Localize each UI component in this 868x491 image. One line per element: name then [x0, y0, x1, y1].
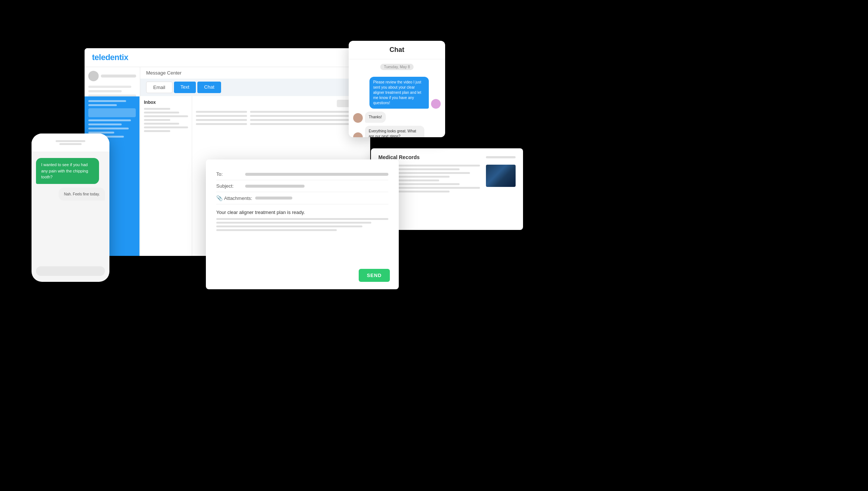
sidebar-search-bar — [101, 75, 136, 78]
recipient-avatar — [353, 113, 363, 123]
chat-window: Chat Tuesday, May 8 Please review the vi… — [349, 41, 445, 137]
phone-messages: I wanted to see if you had any pain with… — [32, 152, 109, 207]
body-line — [216, 225, 362, 227]
inbox-row — [196, 119, 366, 121]
phone-header — [32, 134, 109, 152]
chat-message-outgoing: Please review the video I just sent you … — [353, 77, 441, 109]
inbox-title: Inbox — [144, 100, 188, 105]
mobile-phone: I wanted to see if you had any pain with… — [32, 134, 109, 282]
inbox-row-left — [196, 115, 247, 117]
compose-subject-field[interactable]: Subject: — [216, 180, 388, 192]
recipient-avatar-2 — [353, 132, 363, 137]
phone-header-line — [56, 140, 85, 142]
inbox-line — [144, 130, 170, 132]
body-line — [216, 222, 371, 224]
inbox-line — [144, 119, 170, 121]
phone-input-bar[interactable] — [36, 266, 105, 276]
inbox-line — [144, 112, 179, 113]
attachments-label: Attachments: — [224, 195, 252, 201]
body-line — [216, 218, 388, 220]
inbox-line — [144, 108, 170, 110]
chat-bubble-incoming: Thanks! — [365, 112, 386, 123]
chat-header: Chat — [349, 41, 445, 59]
sidebar-item — [88, 86, 131, 88]
side-panel-line — [88, 119, 131, 121]
inbox-row — [196, 115, 366, 117]
side-panel-line — [88, 104, 117, 106]
chat-bubble-incoming-2: Everything looks great. What are our nex… — [365, 126, 424, 137]
chat-date: Tuesday, May 8 — [380, 64, 414, 70]
inbox-row-left — [196, 123, 247, 125]
xray-visual — [486, 165, 516, 187]
medical-content — [378, 165, 516, 192]
main-header: teledentix — [85, 48, 370, 67]
message-center-label: Message Center — [140, 67, 370, 79]
chat-message-incoming-2: Everything looks great. What are our nex… — [353, 126, 441, 137]
inbox-row — [196, 123, 366, 125]
compose-window: To: Subject: 📎 Attachments: Your clear a… — [206, 159, 399, 289]
inbox-row — [196, 111, 366, 113]
side-panel-line — [88, 128, 129, 129]
chat-date-badge: Tuesday, May 8 — [349, 63, 445, 70]
send-button[interactable]: SEND — [359, 269, 390, 282]
phone-bubble-incoming: Nah. Feels fine today. — [59, 188, 105, 201]
tab-text[interactable]: Text — [174, 82, 196, 93]
inbox-line — [144, 123, 179, 125]
sender-avatar — [431, 99, 441, 109]
tab-chat[interactable]: Chat — [197, 82, 221, 93]
to-label: To: — [216, 171, 242, 177]
subject-label: Subject: — [216, 183, 242, 189]
medical-xray-image — [486, 165, 516, 187]
subject-value[interactable] — [245, 185, 305, 188]
chat-bubble-outgoing: Please review the video I just sent you … — [369, 77, 429, 109]
inbox-line — [144, 115, 188, 117]
inbox-row-left — [196, 111, 247, 113]
tab-email[interactable]: Email — [146, 82, 172, 93]
side-panel-line — [88, 123, 122, 125]
compose-to-field[interactable]: To: — [216, 168, 388, 180]
medical-header-search — [486, 156, 516, 158]
phone-header-lines — [56, 140, 85, 145]
sidebar-item — [88, 90, 122, 92]
compose-body-text: Your clear aligner treatment plan is rea… — [216, 210, 388, 215]
side-panel-line — [88, 100, 126, 102]
avatar — [88, 71, 99, 81]
inbox-line — [144, 126, 188, 128]
to-value[interactable] — [245, 173, 388, 176]
attachment-value — [255, 197, 292, 200]
compose-attachments-field[interactable]: 📎 Attachments: — [216, 192, 388, 204]
app-logo: teledentix — [92, 53, 128, 62]
chat-message-incoming: Thanks! — [353, 112, 441, 123]
inbox-list: Inbox — [140, 96, 192, 256]
inbox-row-left — [196, 119, 247, 121]
sidebar-search — [88, 71, 136, 81]
tabs-bar: Email Text Chat — [140, 79, 370, 96]
phone-bubble-outgoing: I wanted to see if you had any pain with… — [36, 158, 99, 184]
phone-header-line — [59, 143, 82, 145]
chat-messages: Please review the video I just sent you … — [349, 74, 445, 137]
medical-header: Medical Records — [378, 154, 516, 160]
side-panel-active-item[interactable] — [88, 108, 136, 117]
paperclip-icon: 📎 — [216, 195, 223, 201]
body-line — [216, 229, 337, 231]
